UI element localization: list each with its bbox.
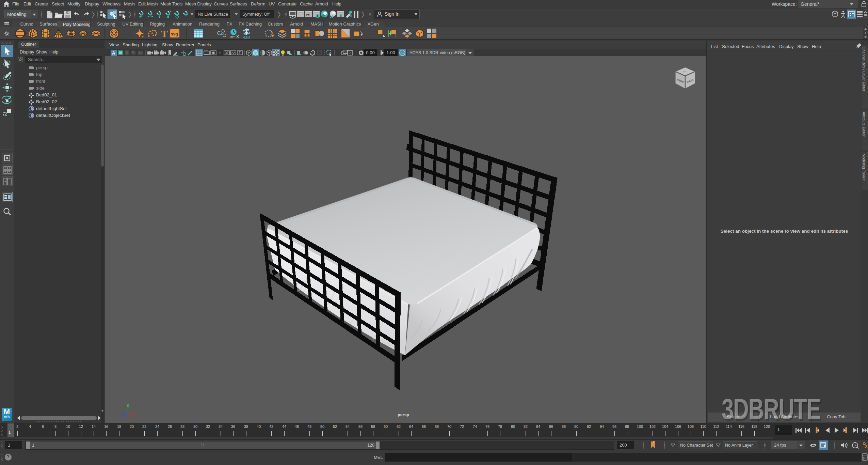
- svg-text:y: y: [127, 404, 129, 407]
- svg-text:ON: ON: [401, 52, 405, 55]
- svg-text:{;}: {;}: [863, 456, 866, 460]
- svg-text:T: T: [239, 51, 241, 55]
- svg-text:svg: svg: [171, 32, 178, 36]
- svg-text:T: T: [161, 28, 168, 39]
- svg-text:A: A: [112, 50, 115, 56]
- svg-text:z: z: [122, 412, 124, 416]
- svg-text:0,0,0: 0,0,0: [243, 36, 250, 39]
- svg-text:x: x: [133, 412, 135, 416]
- svg-text:IPR: IPR: [306, 14, 310, 16]
